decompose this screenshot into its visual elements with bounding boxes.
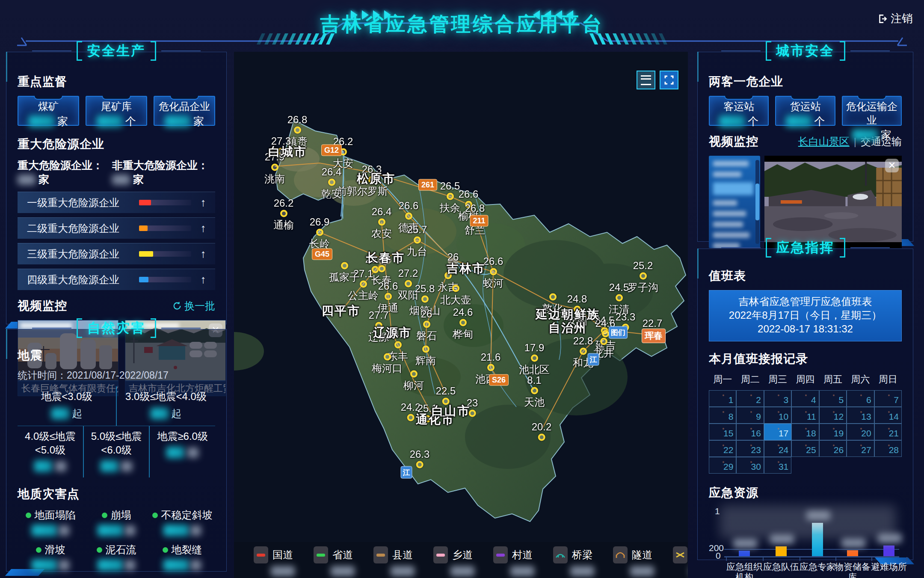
scrollbar-thumb[interactable]	[755, 184, 759, 220]
close-icon[interactable]: ✕	[885, 159, 899, 172]
legend-swatch-icon	[254, 546, 268, 563]
masked-value	[786, 116, 811, 127]
scrollbar[interactable]	[755, 160, 759, 244]
hazard-bar	[139, 277, 148, 282]
city-video-area: ✕	[709, 156, 902, 248]
quake-cell: 4.0级≤地震<5.0级	[18, 426, 83, 477]
fullscreen-button[interactable]	[660, 71, 678, 89]
card-tailings-pond[interactable]: 尾矿库 个	[86, 96, 147, 126]
card-passenger-station[interactable]: 客运站 个	[709, 96, 769, 126]
calendar-day-13[interactable]: 13	[847, 407, 874, 424]
city-video-heading: 视频监控	[709, 133, 758, 150]
calendar-day-15[interactable]: 15	[709, 424, 736, 440]
calendar-day-12[interactable]: 12	[819, 407, 847, 424]
legend-item-公路交叉[interactable]: 公路交叉	[673, 546, 688, 576]
calendar-day-23[interactable]: 23	[736, 440, 764, 457]
card-coal-mine[interactable]: 煤矿 家	[18, 96, 79, 126]
geo-heading: 地质灾害点	[18, 486, 215, 502]
masked-value	[98, 525, 123, 536]
hazard-stats: 重大危险源企业： 家 非重大危险源企业： 家	[18, 158, 215, 187]
calendar-day-9[interactable]: 9	[736, 407, 764, 424]
province-map[interactable]: 26.8镇赉27.327.9洮南26.2大安26.3前郭尔罗斯26.4乾安26.…	[234, 52, 688, 578]
hazard-level-row[interactable]: 一级重大危险源企业 ↑	[18, 192, 215, 213]
masked-unit	[191, 560, 201, 570]
calendar-day-26[interactable]: 26	[819, 440, 847, 457]
masked-unit	[59, 560, 69, 570]
calendar-day-11[interactable]: 11	[791, 407, 819, 424]
card-hazchem-enterprise[interactable]: 危化品企业 家	[154, 96, 215, 126]
legend-item-隧道[interactable]: 隧道	[613, 546, 654, 576]
calendar-day-14[interactable]: 14	[874, 407, 902, 424]
calendar-day-18[interactable]: 18	[791, 424, 819, 440]
calendar-day-3[interactable]: 3	[764, 390, 791, 407]
masked-count	[630, 566, 654, 576]
city-badge-珲春: 珲春	[642, 329, 666, 343]
legend-item-村道[interactable]: 村道	[493, 546, 534, 576]
calendar-day-30[interactable]: 30	[736, 457, 764, 474]
green-dot-icon	[102, 513, 107, 518]
card-freight-station[interactable]: 货运站 个	[775, 96, 835, 126]
calendar-day-7[interactable]: 7	[874, 390, 902, 407]
hazard-level-list: 一级重大危险源企业 ↑ 二级重大危险源企业 ↑ 三级重大危险源企业 ↑ 四级重大…	[18, 192, 215, 290]
duty-heading: 值班表	[709, 268, 902, 284]
masked-count	[510, 566, 534, 576]
calendar-day-20[interactable]: 20	[847, 424, 874, 440]
camera-list-selected[interactable]	[713, 182, 753, 195]
river-badge-江: 江	[401, 466, 412, 479]
earthquake-heading: 地震	[18, 347, 215, 364]
calendar-day-25[interactable]: 25	[791, 440, 819, 457]
layers-menu-button[interactable]	[637, 71, 655, 89]
calendar-day-27[interactable]: 27	[847, 440, 874, 457]
map-legend: 国道 省道 县道 乡道	[234, 542, 688, 578]
legend-item-乡道[interactable]: 乡道	[433, 546, 474, 576]
bar-1[interactable]	[776, 546, 787, 556]
duty-card[interactable]: 吉林省应急管理厅应急值班表 2022年8月17日（今日，星期三） 2022-08…	[709, 290, 902, 341]
calendar-day-31[interactable]: 31	[764, 457, 791, 474]
weekday-label: 周四	[791, 373, 819, 386]
trend-up-icon: ↑	[191, 196, 215, 209]
calendar-day-1[interactable]: 1	[709, 390, 736, 407]
hazard-level-row[interactable]: 四级重大危险源企业 ↑	[18, 269, 215, 290]
green-dot-icon	[97, 547, 102, 553]
trend-up-icon: ↑	[191, 222, 215, 235]
bar-3[interactable]	[847, 550, 858, 556]
bar-4[interactable]	[883, 545, 894, 556]
bar-0[interactable]	[739, 551, 750, 556]
calendar-day-22[interactable]: 22	[709, 440, 736, 457]
logout-button[interactable]: 注销	[877, 11, 913, 26]
legend-item-省道[interactable]: 省道	[314, 546, 355, 576]
live-video-frame[interactable]: ✕	[764, 156, 902, 248]
calendar-day-4[interactable]: 4	[791, 390, 819, 407]
masked-bar-value	[733, 539, 757, 548]
calendar-day-24[interactable]: 24	[764, 440, 791, 457]
calendar-day-16[interactable]: 16	[736, 424, 764, 440]
refresh-batch-link[interactable]: 换一批	[172, 299, 215, 313]
calendar-day-10[interactable]: 10	[764, 407, 791, 424]
map-terrain	[234, 52, 688, 578]
calendar-day-21[interactable]: 21	[874, 424, 902, 440]
calendar-day-19[interactable]: 19	[819, 424, 847, 440]
calendar-day-6[interactable]: 6	[847, 390, 874, 407]
hazard-level-row[interactable]: 二级重大危险源企业 ↑	[18, 217, 215, 239]
city-cards: 客运站 个 货运站 个 危化运输企业 家	[709, 96, 902, 126]
changbaishan-link[interactable]: 长白山景区	[798, 135, 850, 148]
geo-item: 滑坡	[18, 543, 83, 571]
legend-item-国道[interactable]: 国道	[254, 546, 295, 576]
calendar-day-2[interactable]: 2	[736, 390, 764, 407]
legend-swatch-icon	[673, 546, 687, 563]
calendar-day-29[interactable]: 29	[709, 457, 736, 474]
legend-item-桥梁[interactable]: 桥梁	[553, 546, 594, 576]
camera-list[interactable]	[709, 156, 760, 248]
hazard-level-row[interactable]: 三级重大危险源企业 ↑	[18, 243, 215, 264]
card-hazmat-transport[interactable]: 危化运输企业 家	[842, 96, 902, 126]
calendar-day-5[interactable]: 5	[819, 390, 847, 407]
calendar-day-17[interactable]: 17	[764, 424, 791, 440]
stat-time: 统计时间：2021/08/17-2022/08/17	[18, 369, 215, 382]
weekday-label: 周五	[819, 373, 847, 386]
legend-item-县道[interactable]: 县道	[373, 546, 415, 576]
duty-line-2: 2022年8月17日（今日，星期三）	[709, 308, 901, 322]
hazard-stat-nonmajor: 非重大危险源企业： 家	[112, 158, 215, 187]
calendar-day-28[interactable]: 28	[874, 440, 902, 457]
calendar-day-8[interactable]: 8	[709, 407, 736, 424]
green-dot-icon	[36, 547, 41, 553]
